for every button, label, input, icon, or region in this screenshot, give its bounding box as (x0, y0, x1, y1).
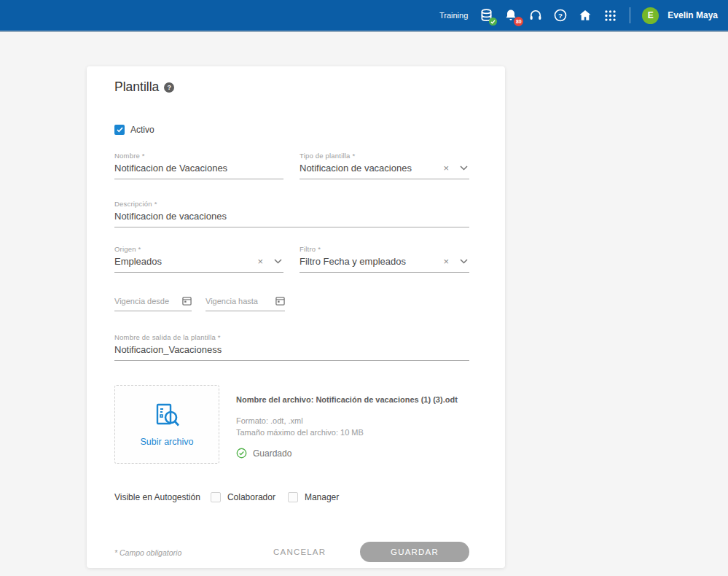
upload-dropzone[interactable]: Subir archivo (114, 385, 219, 464)
origen-chevron-down-icon[interactable] (274, 259, 282, 264)
database-status-check-icon (489, 17, 497, 26)
tipo-plantilla-label: Tipo de plantilla * (300, 152, 469, 161)
home-icon[interactable] (577, 7, 593, 23)
support-headset-icon[interactable] (528, 7, 544, 23)
file-name-text: Nombre del archivo: Notificación de vaca… (236, 395, 458, 404)
page-title-text: Plantilla (114, 79, 159, 95)
filtro-select[interactable]: Filtro * Filtro Fecha y empleados × (300, 245, 469, 273)
cancel-button[interactable]: CANCELAR (273, 548, 326, 556)
page-title: Plantilla ? (114, 79, 469, 95)
visibility-label: Visible en Autogestión (114, 492, 200, 502)
user-avatar[interactable]: E (642, 7, 659, 24)
descripcion-input[interactable] (114, 209, 469, 223)
visibility-row: Visible en Autogestión Colaborador Manag… (114, 492, 469, 502)
environment-label: Training (439, 11, 468, 20)
saved-status-label: Guardado (253, 448, 291, 459)
form-footer: * Campo obligatorio CANCELAR GUARDAR (114, 542, 469, 568)
active-checkbox-label: Activo (130, 125, 154, 135)
svg-text:?: ? (558, 12, 563, 20)
nombre-input[interactable] (114, 161, 283, 175)
manager-checkbox-label: Manager (305, 492, 339, 502)
required-fields-note: * Campo obligatorio (114, 548, 181, 557)
apps-grid-icon[interactable] (602, 7, 618, 23)
tipo-clear-icon[interactable]: × (443, 163, 449, 173)
active-checkbox[interactable] (114, 125, 125, 135)
vigencia-desde-input[interactable] (114, 297, 174, 305)
notifications-bell-icon[interactable]: 80 (503, 7, 519, 23)
nombre-field: Nombre * (114, 152, 283, 179)
file-search-icon (152, 402, 181, 430)
notifications-count-badge: 80 (514, 17, 523, 26)
origen-select[interactable]: Origen * Empleados × (114, 245, 283, 273)
vigencia-desde-field (114, 296, 192, 311)
tipo-plantilla-select[interactable]: Tipo de plantilla * Notificacion de vaca… (300, 152, 469, 179)
help-icon[interactable]: ? (552, 7, 568, 23)
title-help-icon[interactable]: ? (164, 82, 174, 93)
nombre-salida-input[interactable] (114, 343, 469, 357)
filtro-label: Filtro * (300, 245, 469, 254)
vigencia-hasta-calendar-icon[interactable] (275, 296, 285, 305)
descripcion-field: Descripción * (114, 200, 469, 227)
active-checkbox-row: Activo (114, 125, 469, 135)
help-icon-glyph: ? (553, 8, 568, 23)
filtro-chevron-down-icon[interactable] (460, 259, 468, 264)
database-icon[interactable] (478, 7, 494, 23)
upload-button-label: Subir archivo (141, 437, 194, 447)
vigencia-desde-calendar-icon[interactable] (182, 296, 192, 305)
vigencia-hasta-input[interactable] (206, 297, 265, 305)
save-button[interactable]: GUARDAR (360, 542, 469, 562)
nombre-salida-field: Nombre de salida de la plantilla * (114, 333, 469, 361)
filtro-clear-icon[interactable]: × (443, 257, 449, 266)
tipo-chevron-down-icon[interactable] (460, 166, 468, 171)
user-name[interactable]: Evelin Maya (668, 10, 718, 20)
nombre-salida-label: Nombre de salida de la plantilla * (114, 333, 469, 343)
header-divider (630, 7, 630, 23)
manager-checkbox[interactable] (288, 492, 298, 502)
home-icon-glyph (578, 8, 592, 23)
vigencia-hasta-field (206, 296, 285, 311)
file-size-limit-text: Tamaño máximo del archivo: 10 MB (236, 428, 458, 437)
colaborador-checkbox-label: Colaborador (227, 492, 275, 502)
template-form-card: Plantilla ? Activo Nombre * Tipo de plan… (87, 66, 505, 568)
saved-check-icon (236, 448, 247, 459)
file-format-text: Formato: .odt, .xml (236, 416, 458, 425)
top-navigation-bar: Training 80 ? (0, 0, 728, 32)
origen-label: Origen * (114, 245, 283, 254)
file-info: Nombre del archivo: Notificación de vaca… (236, 385, 458, 464)
descripcion-label: Descripción * (114, 200, 469, 209)
colaborador-checkbox[interactable] (211, 492, 221, 502)
nombre-label: Nombre * (114, 152, 283, 161)
headset-icon-glyph (528, 8, 543, 23)
apps-grid-icon-glyph (603, 9, 617, 23)
saved-status: Guardado (236, 448, 458, 459)
origen-clear-icon[interactable]: × (257, 257, 263, 266)
